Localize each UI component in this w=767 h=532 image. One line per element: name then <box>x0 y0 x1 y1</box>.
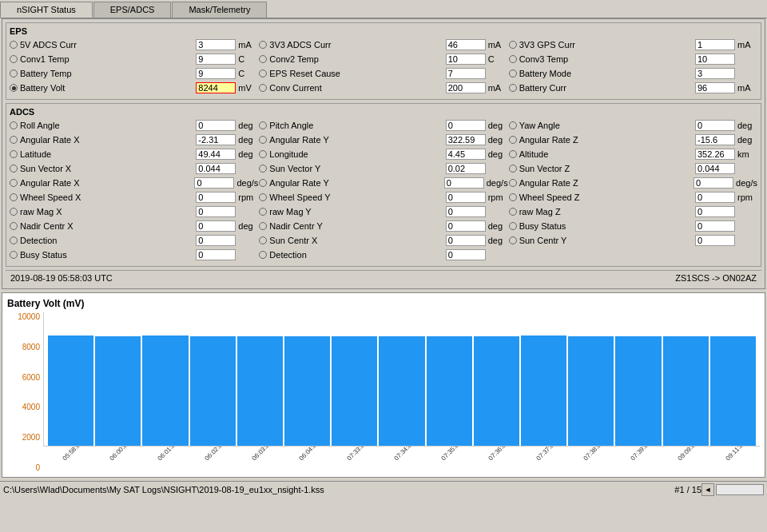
radio-indicator <box>10 41 18 49</box>
field-unit: deg <box>488 135 508 145</box>
radio-indicator <box>259 236 267 244</box>
field-label: Battery Volt <box>20 83 196 93</box>
field-label: Wheel Speed X <box>20 193 196 202</box>
field-value: 0 <box>446 192 486 203</box>
field-row: Altitude352.26km <box>509 148 757 161</box>
field-value: 0 <box>444 177 484 189</box>
field-unit: deg/s <box>236 178 258 188</box>
field-value: 0 <box>196 206 236 217</box>
bar-wrapper <box>663 312 709 446</box>
field-value: 10 <box>446 54 486 65</box>
field-value: 0 <box>446 120 486 131</box>
y-axis-label: 2000 <box>22 433 40 442</box>
field-row: raw Mag Y0 <box>259 205 507 218</box>
radio-indicator <box>509 150 517 158</box>
field-row: Sun Vector X0.044 <box>10 162 258 175</box>
field-value: 0 <box>196 249 236 260</box>
upper-panel: EPS 5V ADCS Curr3mAConv1 Temp9CBattery T… <box>2 18 765 289</box>
field-value: 9 <box>196 54 236 65</box>
radio-indicator <box>10 150 18 158</box>
bar <box>190 336 236 446</box>
field-row: Yaw Angle0deg <box>509 119 757 132</box>
radio-indicator <box>10 55 18 63</box>
field-row: Nadir Centr X0deg <box>10 220 258 232</box>
field-row: Battery Temp9C <box>10 67 258 80</box>
field-label: Angular Rate Z <box>519 178 693 188</box>
field-label: Sun Centr Y <box>519 236 695 245</box>
field-label: Battery Mode <box>519 69 695 78</box>
chart-area <box>43 312 760 447</box>
y-axis-label: 0 <box>35 463 40 472</box>
scrollbar[interactable] <box>716 484 764 495</box>
field-label: Altitude <box>519 149 695 159</box>
x-axis-label: 06:04:03 <box>291 447 340 472</box>
field-value: 4.45 <box>446 149 486 160</box>
radio-indicator <box>259 208 267 216</box>
field-label: Detection <box>269 250 445 260</box>
field-row: Busy Status0 <box>509 220 757 232</box>
chart-title: Battery Volt (mV) <box>7 298 760 309</box>
eps-col-0: 5V ADCS Curr3mAConv1 Temp9CBattery Temp9… <box>10 38 258 96</box>
tab-bar: nSIGHT Status EPS/ADCS Mask/Telemetry <box>0 0 767 18</box>
bar-wrapper <box>427 312 472 446</box>
field-value: 0 <box>196 220 236 232</box>
x-axis-label: 07:34:03 <box>385 447 435 472</box>
field-label: Sun Vector Y <box>269 164 445 173</box>
field-label: Battery Temp <box>20 69 196 78</box>
field-label: Wheel Speed Y <box>269 193 445 202</box>
field-value: 200 <box>446 82 486 93</box>
field-row: Angular Rate X-2.31deg <box>10 133 258 146</box>
x-axis-label: 06:00:03 <box>101 447 151 472</box>
field-row: Angular Rate Y0deg/s <box>259 177 507 189</box>
field-value: 3 <box>695 68 735 79</box>
bar <box>427 336 472 446</box>
tab-mask-telemetry[interactable]: Mask/Telemetry <box>172 2 267 18</box>
radio-indicator <box>259 179 267 187</box>
field-label: Detection <box>20 236 196 245</box>
field-unit: rpm <box>238 193 258 202</box>
field-label: Angular Rate Y <box>269 178 443 188</box>
adcs-col-1: Pitch Angle0degAngular Rate Y322.59degLo… <box>259 119 507 263</box>
radio-indicator <box>509 84 517 92</box>
radio-indicator <box>259 165 267 173</box>
field-label: Sun Vector X <box>20 164 196 173</box>
field-label: Busy Status <box>20 250 196 260</box>
field-row: Angular Rate Z0deg/s <box>509 177 757 189</box>
x-axis-label: 07:37:03 <box>527 447 577 472</box>
y-axis-label: 4000 <box>22 403 40 411</box>
status-callsign: ZS1SCS -> ON02AZ <box>675 273 757 283</box>
bar-wrapper <box>237 312 283 446</box>
field-unit: mA <box>737 40 757 50</box>
field-row: Detection0 <box>10 234 258 247</box>
radio-indicator <box>259 69 267 77</box>
field-unit: deg <box>238 149 258 159</box>
bars-container <box>44 312 760 446</box>
tab-nsight-status[interactable]: nSIGHT Status <box>0 2 93 18</box>
field-row: Latitude49.44deg <box>10 148 258 161</box>
bar <box>332 336 377 446</box>
y-axis-label: 8000 <box>22 343 40 351</box>
field-row: Longitude4.45deg <box>259 148 507 161</box>
field-unit: deg <box>238 135 258 145</box>
bar <box>237 336 283 446</box>
field-label: Sun Vector Z <box>519 164 695 173</box>
bar-wrapper <box>521 312 566 446</box>
field-row: Battery Curr96mA <box>509 81 757 94</box>
nav-prev-button[interactable]: ◄ <box>701 483 714 496</box>
field-row: Angular Rate Y322.59deg <box>259 133 507 146</box>
field-value: 9 <box>196 68 236 79</box>
chart-container: 1000080006000400020000 05:58:0306:00:030… <box>7 312 760 472</box>
field-value: 0.02 <box>446 163 486 174</box>
field-label: Nadir Centr X <box>20 221 196 231</box>
y-axis: 1000080006000400020000 <box>7 312 43 472</box>
field-unit: deg/s <box>736 178 757 188</box>
x-axis-label: 07:33:03 <box>338 447 387 472</box>
field-label: Conv1 Temp <box>20 54 196 64</box>
radio-indicator <box>259 222 267 230</box>
tab-eps-adcs[interactable]: EPS/ADCS <box>93 2 172 18</box>
radio-indicator <box>10 236 18 244</box>
bar-wrapper <box>142 312 188 446</box>
bar <box>284 336 330 446</box>
field-label: Nadir Centr Y <box>269 221 445 231</box>
bar-wrapper <box>568 312 614 446</box>
